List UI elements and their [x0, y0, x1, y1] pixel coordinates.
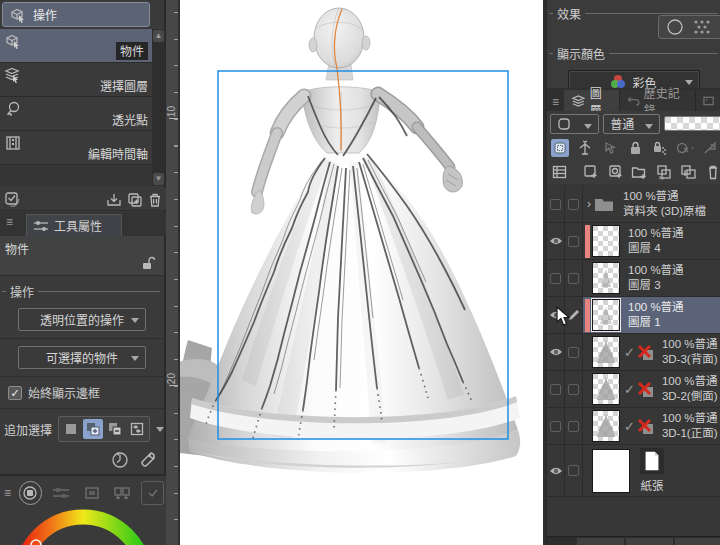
- layer-thumbnail[interactable]: [592, 299, 620, 331]
- tab-clipped[interactable]: [696, 90, 720, 111]
- tool-operation-header[interactable]: 操作: [2, 2, 150, 27]
- visibility-cell[interactable]: [547, 260, 565, 296]
- tab-color-set[interactable]: [80, 481, 103, 505]
- visibility-cell[interactable]: [547, 445, 565, 496]
- tool-property-body: 操作 透明位置的操作 可選擇的物件 ✓ 始終顯示邊框 追加選擇: [0, 277, 164, 447]
- tool-name-box: 物件: [0, 236, 164, 276]
- opacity-slider[interactable]: [664, 116, 720, 131]
- import-icon[interactable]: [105, 191, 123, 209]
- layer-row-3d[interactable]: ✓ 100 %普通 3D-1(正面): [547, 408, 720, 445]
- new-raster-layer-icon[interactable]: [582, 163, 599, 181]
- tool-property-footer: [0, 448, 164, 474]
- eye-icon[interactable]: [549, 466, 563, 476]
- select-add-button[interactable]: [83, 419, 103, 439]
- visibility-cell[interactable]: [547, 408, 565, 444]
- edit-cell[interactable]: [565, 334, 583, 370]
- visibility-cell[interactable]: [547, 334, 565, 370]
- color-wheel-panel: ≡: [0, 474, 166, 545]
- tone-effect-icon[interactable]: [691, 17, 711, 37]
- delete-layer-icon[interactable]: [705, 163, 720, 181]
- visibility-cell[interactable]: [547, 371, 565, 407]
- layer-lock-row: [547, 136, 720, 160]
- palette-color-dropdown[interactable]: [550, 114, 599, 134]
- eye-icon[interactable]: [549, 236, 563, 246]
- selection-target-button[interactable]: [551, 139, 569, 157]
- eye-icon[interactable]: [549, 347, 563, 357]
- edit-cell[interactable]: [565, 260, 583, 296]
- trash-icon[interactable]: [146, 191, 164, 209]
- subtool-scrollbar[interactable]: ▲ ▼: [152, 29, 165, 186]
- paper-thumbnail[interactable]: [592, 449, 630, 493]
- transfer-down-icon[interactable]: [656, 163, 673, 181]
- layer-opacity-mode: 100 %普通: [628, 263, 684, 278]
- layer-thumbnail[interactable]: [592, 262, 620, 294]
- select-swap-button[interactable]: [127, 419, 147, 439]
- subtool-select-layer[interactable]: 選擇圖層: [0, 63, 152, 97]
- tab-color-mixing[interactable]: [111, 481, 134, 505]
- layer-list-view-icon[interactable]: [551, 163, 568, 181]
- scroll-down-icon[interactable]: ▼: [153, 173, 164, 185]
- draft-layer-icon[interactable]: [601, 139, 619, 157]
- folder-expand-icon[interactable]: ›: [587, 197, 591, 211]
- blend-mode-dropdown[interactable]: 普通: [603, 114, 660, 134]
- visibility-cell[interactable]: [547, 186, 565, 222]
- layer-row-paper[interactable]: 紙張: [547, 445, 720, 497]
- panel-menu-icon[interactable]: ≡: [552, 95, 559, 109]
- folder-icon: [593, 195, 615, 213]
- layer-thumbnail[interactable]: [592, 225, 620, 257]
- tab-color-wheel[interactable]: [19, 481, 42, 505]
- layer-row-3d[interactable]: ✓ 100 %普通 3D-3(背面): [547, 334, 720, 371]
- clip-at-layer-icon[interactable]: [576, 139, 594, 157]
- tab-tool-property[interactable]: 工具屬性: [26, 214, 122, 236]
- subtool-light-point[interactable]: 透光點: [0, 97, 152, 131]
- always-show-border-row[interactable]: ✓ 始終顯示邊框: [0, 384, 164, 401]
- hue-ring[interactable]: [0, 509, 166, 545]
- select-new-button[interactable]: [61, 419, 81, 439]
- timeline-icon: [4, 134, 22, 152]
- layer-row-selected[interactable]: 100 %普通 圖層 1: [547, 297, 720, 334]
- edit-cell[interactable]: [565, 408, 583, 444]
- subtool-edit-timeline[interactable]: 編輯時間軸: [0, 131, 152, 165]
- lock-layer-icon[interactable]: [626, 139, 644, 157]
- checkbox-checked-icon[interactable]: ✓: [8, 386, 22, 400]
- wrench-icon[interactable]: [138, 450, 158, 470]
- lock-transparent-icon[interactable]: [651, 139, 669, 157]
- edit-cell[interactable]: [565, 445, 583, 496]
- canvas-viewport[interactable]: [180, 0, 543, 545]
- layer-thumbnail[interactable]: [592, 336, 620, 368]
- layer-row[interactable]: 100 %普通 圖層 4: [547, 223, 720, 260]
- select-subtract-button[interactable]: [105, 419, 125, 439]
- ruler-flag-icon[interactable]: [701, 139, 719, 157]
- layer-row-3d[interactable]: ✓ 100 %普通 3D-2(側面): [547, 371, 720, 408]
- visibility-cell[interactable]: [547, 223, 565, 259]
- tab-overflow[interactable]: [141, 481, 164, 505]
- layer-thumbnail[interactable]: [592, 373, 620, 405]
- subtool-object[interactable]: 物件: [0, 29, 152, 63]
- layer-color-marker: [585, 299, 590, 332]
- unlock-icon[interactable]: [140, 255, 156, 271]
- tab-color-slider[interactable]: [50, 481, 73, 505]
- checked-set-icon[interactable]: [4, 191, 24, 209]
- panel-menu-icon[interactable]: ≡: [4, 486, 11, 500]
- layer-row[interactable]: 100 %普通 圖層 3: [547, 260, 720, 297]
- duplicate-icon[interactable]: [126, 191, 144, 209]
- transparent-position-dropdown[interactable]: 透明位置的操作: [18, 308, 146, 331]
- panel-menu-icon[interactable]: ≡: [6, 215, 13, 229]
- left-tool-panel: 操作 物件 選擇圖層: [0, 0, 166, 545]
- selectable-object-dropdown[interactable]: 可選擇的物件: [18, 346, 146, 369]
- chevron-down-icon[interactable]: [156, 427, 164, 432]
- layer-row-folder[interactable]: › 100 %普通 資料夾 (3D)原檔: [547, 186, 720, 223]
- edit-cell[interactable]: [565, 371, 583, 407]
- layer-thumbnail[interactable]: [592, 410, 620, 442]
- outline-effect-icon[interactable]: [665, 17, 685, 37]
- edit-cell[interactable]: [565, 223, 583, 259]
- new-vector-layer-icon[interactable]: [607, 163, 624, 181]
- tab-layers[interactable]: 圖層: [564, 90, 620, 111]
- new-folder-icon[interactable]: [631, 163, 648, 181]
- merge-down-icon[interactable]: [680, 163, 697, 181]
- tab-history[interactable]: 歷史記錄: [620, 90, 696, 111]
- edit-cell[interactable]: [565, 186, 583, 222]
- reset-dial-icon[interactable]: [110, 450, 130, 470]
- mask-disable-icon[interactable]: [676, 139, 694, 157]
- scroll-up-icon[interactable]: ▲: [153, 30, 164, 42]
